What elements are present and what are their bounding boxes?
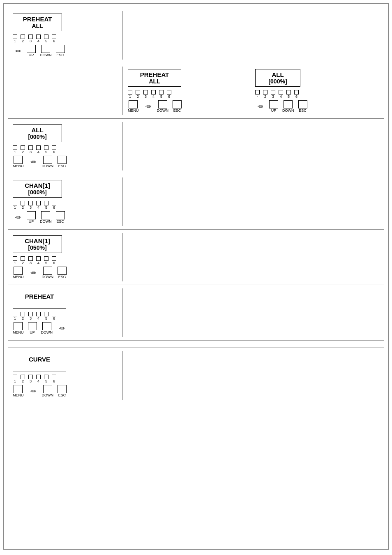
- btn-esc: ESC: [58, 385, 67, 397]
- up-button[interactable]: [28, 322, 37, 330]
- esc-button[interactable]: [173, 100, 182, 108]
- down-button[interactable]: [43, 156, 52, 164]
- title-line1: ALL: [261, 71, 294, 78]
- cb-6: 6: [52, 35, 56, 43]
- main-container: PREHEAT ALL 1 2 3 4 5 6 ✏ UP: [3, 3, 389, 550]
- cb-4: 4: [279, 90, 283, 99]
- down-button[interactable]: [42, 322, 51, 330]
- btn-pencil: ✏: [13, 213, 23, 222]
- panel-all-000: ALL [000%] 1 2 3 4 5 6 MENU ✏: [8, 122, 123, 170]
- down-button[interactable]: [41, 211, 50, 219]
- btn-esc: ESC: [58, 267, 67, 279]
- pencil-icon[interactable]: ✏: [143, 102, 153, 111]
- btn-up: UP: [28, 322, 37, 334]
- up-button[interactable]: [27, 45, 36, 53]
- esc-button[interactable]: [58, 385, 67, 393]
- cb-dash: -: [255, 90, 260, 99]
- esc-button[interactable]: [58, 267, 67, 275]
- pencil-icon[interactable]: ✏: [28, 387, 38, 396]
- panel-mid-preheat: PREHEAT ALL 1 2 3 4 5 6 MENU ✏: [123, 67, 250, 115]
- pencil-icon[interactable]: ✏: [13, 213, 23, 222]
- panel-right-all-000: ALL [000%] - 2 3 4 5 6 ✏ UP: [250, 67, 384, 115]
- menu-button[interactable]: [129, 100, 138, 108]
- cb-2: 2: [136, 90, 140, 99]
- down-button[interactable]: [43, 385, 52, 393]
- checkbox-row-3: - 2 3 4 5 6: [255, 90, 379, 99]
- btn-menu: MENU: [13, 322, 24, 334]
- cb-box[interactable]: [13, 35, 17, 39]
- esc-button[interactable]: [56, 45, 65, 53]
- menu-button[interactable]: [14, 322, 23, 330]
- section-preheat-2: PREHEAT 1 2 3 4 5 6 MENU UP: [8, 285, 384, 341]
- btn-down: DOWN: [41, 322, 53, 334]
- panel-chan1-050: CHAN[1] [050%] 1 2 3 4 5 6 MENU ✏: [8, 233, 123, 281]
- btn-pencil: ✏: [28, 157, 38, 166]
- menu-button[interactable]: [14, 156, 23, 164]
- button-row-3: ✏ UP DOWN ESC: [255, 100, 379, 113]
- panel-right-1: [123, 11, 384, 60]
- pencil-icon[interactable]: ✏: [255, 102, 265, 111]
- button-row-4: MENU ✏ DOWN ESC: [13, 156, 118, 168]
- esc-button[interactable]: [58, 156, 67, 164]
- cb-box[interactable]: [44, 35, 48, 39]
- title-preheat-all-1: PREHEAT ALL: [13, 14, 62, 31]
- title-line1: CHAN[1]: [19, 237, 56, 244]
- btn-pencil: ✏: [255, 102, 265, 111]
- cb-5: 5: [286, 90, 291, 99]
- btn-down: DOWN: [282, 100, 294, 113]
- menu-button[interactable]: [14, 385, 23, 393]
- cb-box[interactable]: [36, 35, 41, 39]
- cb-box[interactable]: [28, 35, 33, 39]
- btn-up: UP: [27, 45, 36, 57]
- cb-1: 1: [13, 35, 17, 43]
- down-button[interactable]: [43, 267, 52, 275]
- cb-2: 2: [263, 90, 267, 99]
- up-button[interactable]: [27, 211, 36, 219]
- btn-esc: ESC: [56, 211, 65, 223]
- cb-box[interactable]: [52, 35, 56, 39]
- title-chan1-000: CHAN[1] [000%]: [13, 180, 62, 198]
- title-line2: [050%]: [19, 244, 56, 251]
- title-line1: ALL: [19, 127, 56, 134]
- pencil-icon[interactable]: ✏: [28, 268, 38, 277]
- checkbox-row-1: 1 2 3 4 5 6: [13, 35, 118, 43]
- btn-esc: ESC: [173, 100, 182, 113]
- down-button[interactable]: [158, 100, 167, 108]
- title-line2: [000%]: [19, 189, 56, 196]
- cb-4: 4: [151, 90, 156, 99]
- down-button[interactable]: [284, 100, 293, 108]
- pencil-icon[interactable]: ✏: [57, 324, 67, 333]
- up-button[interactable]: [269, 100, 278, 108]
- btn-esc: ESC: [56, 45, 65, 57]
- title-line2: ALL: [134, 78, 175, 85]
- menu-button[interactable]: [14, 267, 23, 275]
- btn-menu: MENU: [13, 385, 24, 397]
- cb-box[interactable]: [21, 35, 25, 39]
- btn-pencil: ✏: [28, 268, 38, 277]
- title-line2: [19, 363, 60, 369]
- title-line1: CURVE: [19, 356, 60, 363]
- title-preheat-all-2: PREHEAT ALL: [128, 69, 181, 87]
- button-row-5: ✏ UP DOWN ESC: [13, 211, 118, 223]
- btn-down: DOWN: [42, 267, 54, 279]
- pencil-icon[interactable]: ✏: [13, 46, 23, 55]
- button-row-1: ✏ UP DOWN ESC: [13, 45, 118, 57]
- section-all-000: ALL [000%] 1 2 3 4 5 6 MENU ✏: [8, 119, 384, 174]
- btn-pencil: ✏: [13, 46, 23, 55]
- cb-5: 5: [159, 90, 164, 99]
- title-line1: PREHEAT: [134, 71, 175, 78]
- cb-2: 2: [21, 35, 25, 43]
- btn-pencil: ✏: [57, 324, 67, 333]
- esc-button[interactable]: [298, 100, 307, 108]
- panel-preheat-2: PREHEAT 1 2 3 4 5 6 MENU UP: [8, 288, 123, 337]
- panel-right-empty-7: [123, 351, 384, 400]
- btn-down: DOWN: [40, 211, 52, 223]
- btn-menu: MENU: [13, 156, 24, 168]
- esc-button[interactable]: [56, 211, 65, 219]
- down-button[interactable]: [41, 45, 50, 53]
- checkbox-row-7: 1 2 3 4 5 6: [13, 312, 118, 320]
- btn-esc: ESC: [298, 100, 307, 113]
- pencil-icon[interactable]: ✏: [28, 157, 38, 166]
- cb-1: 1: [128, 90, 132, 99]
- panel-left-1: PREHEAT ALL 1 2 3 4 5 6 ✏ UP: [8, 11, 123, 60]
